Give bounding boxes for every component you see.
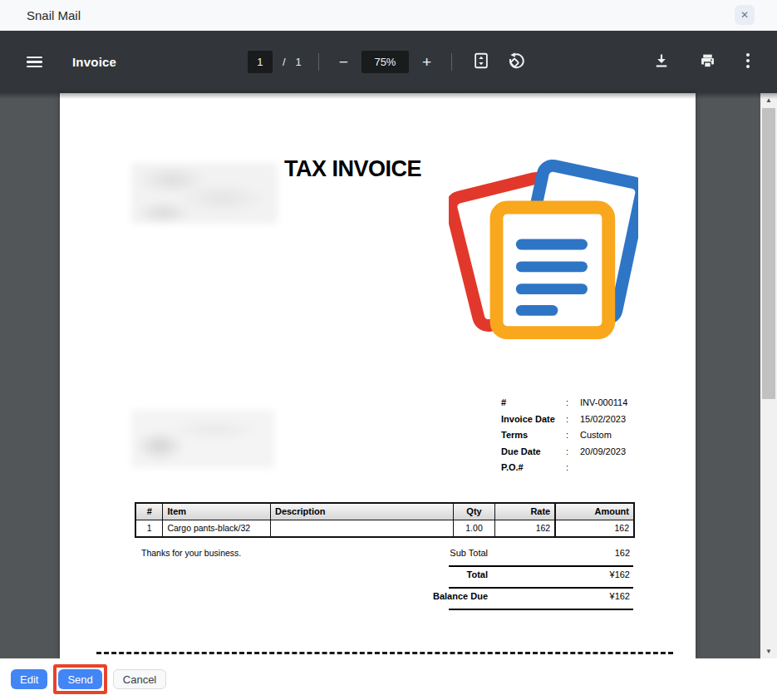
detail-label: Due Date bbox=[501, 446, 566, 456]
invoice-details: # : INV-000114 Invoice Date : 15/02/2023… bbox=[501, 397, 692, 479]
cell-qty: 1.00 bbox=[454, 520, 495, 537]
more-options-button[interactable] bbox=[742, 49, 754, 75]
pdf-toolbar: Invoice 1 / 1 − 75% + bbox=[0, 31, 777, 93]
column-header: Description bbox=[270, 503, 453, 520]
cell-number: 1 bbox=[135, 520, 163, 537]
cancel-button[interactable]: Cancel bbox=[113, 669, 166, 689]
detail-colon: : bbox=[566, 446, 580, 456]
cell-description bbox=[270, 520, 453, 537]
close-button[interactable]: ✕ bbox=[735, 5, 755, 25]
toolbar-divider bbox=[318, 53, 319, 71]
scroll-down-arrow-icon[interactable]: ▼ bbox=[760, 644, 777, 658]
print-button[interactable] bbox=[696, 49, 720, 76]
zoom-in-button[interactable]: + bbox=[419, 51, 435, 73]
detail-colon: : bbox=[566, 397, 580, 407]
print-icon bbox=[699, 52, 716, 72]
detail-row: # : INV-000114 bbox=[501, 397, 692, 414]
redacted-company-block bbox=[131, 163, 278, 224]
detail-value: Custom bbox=[580, 430, 692, 440]
subtotal-row: Sub Total 162 bbox=[384, 545, 633, 565]
fit-to-page-icon bbox=[472, 52, 490, 72]
detail-row: P.O.# : bbox=[501, 462, 692, 479]
column-header: Qty bbox=[454, 503, 495, 520]
detail-label: Invoice Date bbox=[501, 414, 566, 424]
line-items-table: # Item Description Qty Rate Amount 1 Car… bbox=[135, 502, 635, 538]
cell-rate: 162 bbox=[494, 520, 555, 537]
download-button[interactable] bbox=[650, 49, 673, 75]
send-button-highlight: Send bbox=[53, 664, 106, 694]
company-logo bbox=[449, 160, 638, 344]
scroll-up-arrow-icon[interactable]: ▲ bbox=[760, 93, 777, 107]
perforation-line bbox=[96, 652, 673, 654]
pdf-viewer: TAX INVOICE # : bbox=[0, 93, 777, 658]
minus-icon: − bbox=[339, 54, 348, 70]
table-header-row: # Item Description Qty Rate Amount bbox=[135, 503, 634, 520]
detail-value: INV-000114 bbox=[580, 397, 692, 407]
fit-page-button[interactable] bbox=[469, 48, 494, 76]
detail-colon: : bbox=[566, 462, 580, 472]
invoice-heading: TAX INVOICE bbox=[284, 156, 421, 182]
dialog-title: Snail Mail bbox=[27, 8, 81, 22]
zoom-out-button[interactable]: − bbox=[336, 51, 352, 73]
balance-due-row: Balance Due ¥162 bbox=[384, 589, 633, 609]
redacted-billto-block bbox=[131, 410, 274, 468]
download-icon bbox=[653, 52, 670, 71]
totals-divider bbox=[449, 609, 633, 610]
column-header: # bbox=[135, 503, 163, 520]
column-header: Amount bbox=[555, 503, 634, 520]
dialog-header: Snail Mail ✕ bbox=[0, 0, 777, 31]
detail-row: Terms : Custom bbox=[501, 430, 692, 446]
detail-label: # bbox=[501, 397, 566, 407]
plus-icon: + bbox=[422, 54, 431, 70]
detail-row: Due Date : 20/09/2023 bbox=[501, 446, 692, 463]
more-options-icon bbox=[745, 52, 750, 71]
table-row: 1 Cargo pants-black/32 1.00 162 162 bbox=[135, 520, 634, 537]
page-number-input[interactable]: 1 bbox=[248, 51, 273, 73]
detail-label: P.O.# bbox=[501, 462, 566, 472]
detail-label: Terms bbox=[501, 430, 566, 440]
toolbar-right bbox=[650, 31, 754, 93]
edit-button[interactable]: Edit bbox=[11, 669, 47, 689]
total-label: Total bbox=[384, 569, 488, 579]
detail-colon: : bbox=[566, 430, 580, 440]
send-button[interactable]: Send bbox=[58, 669, 101, 689]
thanks-note: Thanks for your business. bbox=[141, 548, 241, 558]
subtotal-value: 162 bbox=[488, 548, 633, 558]
close-icon: ✕ bbox=[740, 9, 749, 21]
detail-value: 15/02/2023 bbox=[580, 414, 692, 424]
snail-mail-dialog: Snail Mail ✕ Invoice 1 / 1 − 75% + bbox=[0, 0, 777, 700]
subtotal-label: Sub Total bbox=[384, 548, 488, 558]
balance-due-label: Balance Due bbox=[384, 591, 488, 601]
dialog-footer: Edit Send Cancel bbox=[0, 658, 777, 700]
balance-due-value: ¥162 bbox=[488, 591, 633, 601]
detail-row: Invoice Date : 15/02/2023 bbox=[501, 414, 692, 431]
zoom-level-input[interactable]: 75% bbox=[361, 51, 409, 73]
totals-block: Sub Total 162 Total ¥162 Balance Due ¥16… bbox=[384, 545, 633, 610]
rotate-counterclockwise-icon bbox=[507, 52, 526, 73]
column-header: Rate bbox=[494, 503, 555, 520]
cell-amount: 162 bbox=[555, 520, 634, 537]
total-value: ¥162 bbox=[488, 569, 633, 579]
cell-item: Cargo pants-black/32 bbox=[163, 520, 271, 537]
invoice-page: TAX INVOICE # : bbox=[60, 93, 696, 658]
page-total: 1 bbox=[296, 56, 302, 68]
scrollbar-thumb[interactable] bbox=[762, 108, 775, 399]
detail-colon: : bbox=[566, 414, 580, 424]
column-header: Item bbox=[163, 503, 271, 520]
vertical-scrollbar[interactable]: ▲ ▼ bbox=[760, 93, 777, 658]
rotate-button[interactable] bbox=[504, 48, 529, 76]
toolbar-divider bbox=[451, 53, 452, 71]
total-row: Total ¥162 bbox=[384, 567, 633, 587]
page-separator: / bbox=[283, 56, 286, 68]
detail-value: 20/09/2023 bbox=[580, 446, 692, 456]
